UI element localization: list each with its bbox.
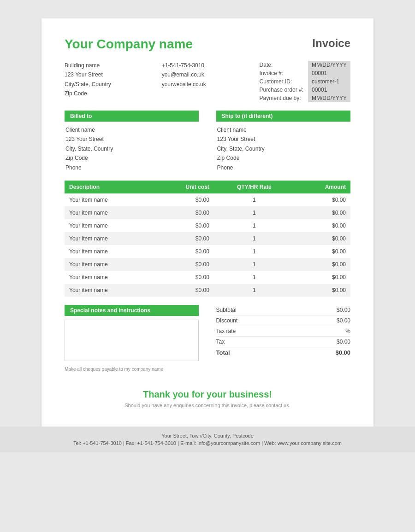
date-label: Date: bbox=[257, 61, 308, 69]
item-amount: $0.00 bbox=[295, 219, 350, 232]
billed-city: City, State, Country bbox=[65, 144, 199, 153]
item-amount: $0.00 bbox=[295, 284, 350, 297]
item-unit-cost: $0.00 bbox=[153, 219, 214, 232]
item-qty: 1 bbox=[214, 258, 295, 271]
item-description: Your item name bbox=[65, 245, 153, 258]
total-label: Total bbox=[216, 349, 230, 356]
item-unit-cost: $0.00 bbox=[153, 258, 214, 271]
cheque-note: Make all cheques payable to my company n… bbox=[65, 367, 350, 372]
billed-to-header: Billed to bbox=[65, 111, 199, 122]
item-qty: 1 bbox=[214, 245, 295, 258]
subtotal-value: $0.00 bbox=[337, 307, 350, 313]
company-building: Building name bbox=[65, 61, 111, 70]
table-row: Your item name $0.00 1 $0.00 bbox=[65, 193, 350, 206]
discount-label: Discount bbox=[216, 317, 238, 324]
thank-you-title: Thank you for your business! bbox=[65, 389, 350, 400]
col-unit-cost: Unit cost bbox=[153, 181, 214, 193]
table-row: Your item name $0.00 1 $0.00 bbox=[65, 245, 350, 258]
item-qty: 1 bbox=[214, 219, 295, 232]
ship-to-address: Client name 123 Your Street City, State,… bbox=[216, 125, 350, 172]
invoice-num-label: Invoice #: bbox=[257, 69, 308, 77]
bottom-section: Special notes and instructions Subtotal … bbox=[65, 305, 350, 361]
invoice-title: Invoice bbox=[312, 37, 350, 50]
ship-city: City, State, Country bbox=[217, 144, 350, 153]
discount-value: $0.00 bbox=[337, 317, 350, 324]
purchase-order-value: 00001 bbox=[308, 86, 350, 94]
company-phone: +1-541-754-3010 bbox=[162, 61, 206, 70]
invoice-header: Your Company name Invoice bbox=[65, 37, 350, 52]
payment-due-label: Payment due by: bbox=[257, 94, 308, 102]
ship-to-block: Ship to (if different) Client name 123 Y… bbox=[216, 111, 350, 172]
date-value: MM/DD/YYYY bbox=[308, 61, 350, 69]
item-description: Your item name bbox=[65, 258, 153, 271]
item-amount: $0.00 bbox=[295, 245, 350, 258]
billed-zip: Zip Code bbox=[65, 153, 199, 163]
item-unit-cost: $0.00 bbox=[153, 271, 214, 284]
thank-you-subtitle: Should you have any enquiries concerning… bbox=[65, 403, 350, 408]
tax-rate-row: Tax rate % bbox=[216, 326, 350, 337]
tax-rate-value: % bbox=[345, 328, 350, 334]
item-amount: $0.00 bbox=[295, 271, 350, 284]
ship-zip: Zip Code bbox=[217, 153, 350, 163]
item-description: Your item name bbox=[65, 284, 153, 297]
payment-due-value: MM/DD/YYYY bbox=[308, 94, 350, 102]
company-street: 123 Your Street bbox=[65, 70, 111, 79]
tax-row: Tax $0.00 bbox=[216, 337, 350, 347]
item-unit-cost: $0.00 bbox=[153, 245, 214, 258]
tax-value: $0.00 bbox=[337, 339, 350, 345]
item-qty: 1 bbox=[214, 206, 295, 219]
item-description: Your item name bbox=[65, 219, 153, 232]
tax-rate-label: Tax rate bbox=[216, 328, 236, 334]
invoice-num-value: 00001 bbox=[308, 69, 350, 77]
company-email: you@email.co.uk bbox=[162, 70, 206, 79]
footer-contact: Tel: +1-541-754-3010 | Fax: +1-541-754-3… bbox=[0, 440, 415, 446]
item-amount: $0.00 bbox=[295, 258, 350, 271]
item-amount: $0.00 bbox=[295, 232, 350, 245]
col-amount: Amount bbox=[295, 181, 350, 193]
table-row: Your item name $0.00 1 $0.00 bbox=[65, 271, 350, 284]
item-description: Your item name bbox=[65, 232, 153, 245]
table-row: Your item name $0.00 1 $0.00 bbox=[65, 258, 350, 271]
item-qty: 1 bbox=[214, 271, 295, 284]
company-zip: Zip Code bbox=[65, 89, 111, 98]
purchase-order-label: Purchase order #: bbox=[257, 86, 308, 94]
ship-phone: Phone bbox=[217, 163, 350, 172]
billed-to-address: Client name 123 Your Street City, State,… bbox=[65, 125, 199, 172]
item-unit-cost: $0.00 bbox=[153, 206, 214, 219]
notes-body bbox=[65, 320, 199, 361]
footer-address: Your Street, Town/City, County, Postcode bbox=[0, 433, 415, 438]
customer-id-value: customer-1 bbox=[308, 77, 350, 86]
item-description: Your item name bbox=[65, 193, 153, 206]
invoice-details: Date: MM/DD/YYYY Invoice #: 00001 Custom… bbox=[257, 61, 350, 102]
tax-label: Tax bbox=[216, 339, 225, 345]
item-amount: $0.00 bbox=[295, 193, 350, 206]
total-value: $0.00 bbox=[335, 349, 350, 356]
item-unit-cost: $0.00 bbox=[153, 193, 214, 206]
item-qty: 1 bbox=[214, 284, 295, 297]
billed-phone: Phone bbox=[65, 163, 199, 172]
company-info-row: Building name 123 Your Street City/State… bbox=[65, 61, 350, 102]
discount-row: Discount $0.00 bbox=[216, 316, 350, 326]
ship-street: 123 Your Street bbox=[217, 134, 350, 144]
page-footer: Your Street, Town/City, County, Postcode… bbox=[0, 427, 415, 452]
notes-block: Special notes and instructions bbox=[65, 305, 199, 361]
subtotal-row: Subtotal $0.00 bbox=[216, 305, 350, 316]
item-unit-cost: $0.00 bbox=[153, 284, 214, 297]
col-description: Description bbox=[65, 181, 153, 193]
company-city: City/State, Country bbox=[65, 80, 111, 89]
totals-block: Subtotal $0.00 Discount $0.00 Tax rate %… bbox=[216, 305, 350, 361]
customer-id-label: Customer ID: bbox=[257, 77, 308, 86]
billed-street: 123 Your Street bbox=[65, 134, 199, 144]
item-qty: 1 bbox=[214, 193, 295, 206]
billed-name: Client name bbox=[65, 125, 199, 134]
company-website: yourwebsite.co.uk bbox=[162, 80, 206, 89]
company-name: Your Company name bbox=[65, 37, 193, 52]
table-row: Your item name $0.00 1 $0.00 bbox=[65, 206, 350, 219]
table-row: Your item name $0.00 1 $0.00 bbox=[65, 219, 350, 232]
item-unit-cost: $0.00 bbox=[153, 232, 214, 245]
item-qty: 1 bbox=[214, 232, 295, 245]
company-contact: +1-541-754-3010 you@email.co.uk yourwebs… bbox=[162, 61, 206, 102]
billing-section: Billed to Client name 123 Your Street Ci… bbox=[65, 111, 350, 172]
ship-name: Client name bbox=[217, 125, 350, 134]
total-row: Total $0.00 bbox=[216, 347, 350, 358]
